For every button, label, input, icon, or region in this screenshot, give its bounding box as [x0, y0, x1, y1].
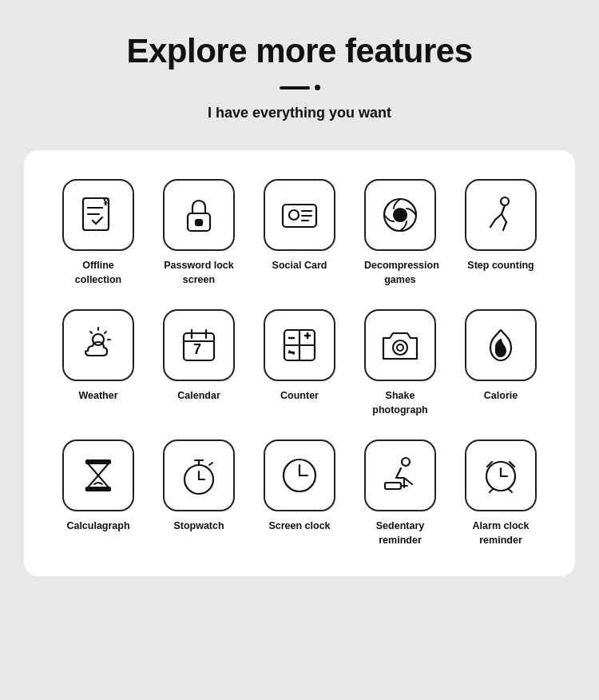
divider-dot	[315, 85, 320, 90]
feature-item-shake-photograph[interactable]: Shake photograph	[350, 309, 450, 417]
feature-item-weather[interactable]: Weather	[48, 309, 149, 417]
svg-line-17	[503, 222, 506, 230]
svg-line-18	[490, 220, 495, 227]
svg-text:7: 7	[193, 341, 201, 357]
feature-item-offline-collection[interactable]: ¥ Offline collection	[48, 179, 149, 287]
feature-label-calorie: Calorie	[484, 389, 518, 404]
feature-label-social-card: Social Card	[272, 259, 327, 273]
svg-line-46	[209, 463, 212, 465]
icon-box-alarm-clock-reminder	[465, 439, 537, 511]
page-title: Explore more features	[126, 32, 472, 70]
feature-label-sedentary-reminder: Sedentary reminder	[364, 519, 436, 547]
icon-box-social-card	[264, 179, 335, 251]
svg-point-13	[501, 197, 509, 205]
icon-box-password-lock-screen	[163, 179, 235, 251]
feature-label-offline-collection: Offline collection	[62, 259, 134, 287]
feature-item-calculagraph[interactable]: Calculagraph	[48, 439, 149, 547]
feature-label-counter: Counter	[280, 389, 319, 404]
icon-box-sedentary-reminder	[364, 439, 436, 511]
svg-rect-5	[196, 220, 202, 225]
feature-label-alarm-clock-reminder: Alarm clock reminder	[465, 519, 537, 547]
svg-line-16	[502, 214, 506, 222]
icon-box-counter	[264, 309, 335, 381]
svg-line-14	[502, 205, 505, 214]
feature-item-decompression-games[interactable]: Decompression games	[350, 179, 450, 287]
svg-line-15	[495, 214, 502, 220]
svg-line-58	[490, 489, 493, 492]
svg-line-23	[90, 332, 92, 333]
svg-line-59	[509, 489, 512, 492]
subtitle: I have everything you want	[208, 105, 391, 121]
icon-box-step-counting	[465, 179, 537, 251]
feature-item-calendar[interactable]: 7 Calendar	[149, 309, 249, 417]
svg-rect-51	[385, 483, 401, 489]
features-card: ¥ Offline collection Password lock scree…	[24, 150, 575, 576]
feature-label-decompression-games: Decompression games	[364, 259, 436, 287]
icon-box-screen-clock	[264, 439, 335, 511]
feature-label-shake-photograph: Shake photograph	[364, 389, 436, 417]
feature-label-screen-clock: Screen clock	[268, 519, 330, 534]
feature-label-calculagraph: Calculagraph	[66, 519, 129, 534]
feature-label-calendar: Calendar	[177, 389, 220, 404]
feature-item-screen-clock[interactable]: Screen clock	[249, 439, 350, 547]
svg-point-50	[402, 458, 410, 466]
feature-item-calorie[interactable]: Calorie	[450, 309, 551, 417]
icon-box-calorie	[465, 309, 537, 381]
feature-label-weather: Weather	[78, 389, 117, 404]
svg-text:¥: ¥	[103, 196, 109, 208]
feature-label-step-counting: Step counting	[467, 259, 534, 273]
svg-point-38	[397, 344, 403, 351]
icon-box-calendar: 7	[163, 309, 235, 381]
divider	[280, 85, 320, 90]
feature-item-counter[interactable]: Counter	[249, 309, 350, 417]
icon-box-weather	[62, 309, 134, 381]
icon-box-calculagraph	[62, 439, 134, 511]
feature-label-password-lock-screen: Password lock screen	[163, 259, 235, 287]
icon-box-offline-collection: ¥	[62, 179, 134, 251]
svg-point-7	[289, 210, 299, 220]
feature-item-sedentary-reminder[interactable]: Sedentary reminder	[350, 439, 450, 547]
feature-item-password-lock-screen[interactable]: Password lock screen	[149, 179, 249, 287]
feature-item-alarm-clock-reminder[interactable]: Alarm clock reminder	[450, 439, 551, 547]
feature-item-step-counting[interactable]: Step counting	[450, 179, 551, 287]
features-grid: ¥ Offline collection Password lock scree…	[48, 179, 551, 547]
svg-line-22	[105, 332, 106, 333]
svg-point-37	[393, 340, 407, 355]
svg-point-12	[394, 209, 407, 221]
icon-box-shake-photograph	[364, 309, 436, 381]
divider-line	[280, 86, 310, 89]
feature-item-social-card[interactable]: Social Card	[249, 179, 350, 287]
icon-box-decompression-games	[364, 179, 436, 251]
feature-label-stopwatch: Stopwatch	[173, 519, 224, 534]
feature-item-stopwatch[interactable]: Stopwatch	[149, 439, 249, 547]
icon-box-stopwatch	[163, 439, 235, 511]
